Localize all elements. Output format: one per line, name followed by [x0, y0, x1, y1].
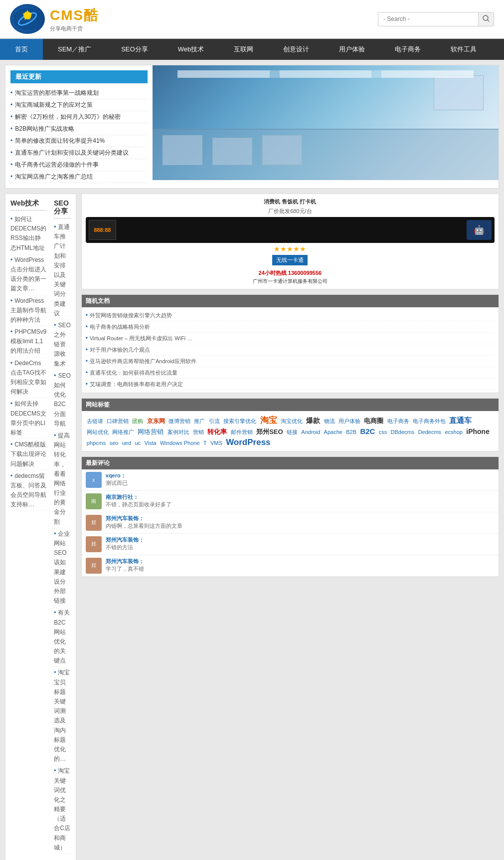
- list-item: 有关B2C网站优化的关键点: [54, 607, 71, 667]
- ad-company: 广州市一卡通计算机服务有限公司: [86, 278, 495, 285]
- featured-banner: [153, 65, 499, 188]
- list-item: 如何让DEDECMS的RSS输出静态HTML地址: [10, 214, 46, 254]
- list-item: 企业网站SEO该如果建设分外部链接: [54, 528, 71, 608]
- list-item: 电子商务的战略格局分析: [86, 321, 495, 333]
- list-item: WordPress主题制作导航的种种方法: [10, 295, 46, 327]
- right-sidebar: 消费机 售饭机 打卡机 厂价批发680元/台 888:88 🤖 ★★★★★ 无线…: [81, 194, 499, 860]
- svg-point-4: [483, 15, 488, 20]
- ad-price-text: 厂价批发680元/台: [86, 208, 495, 215]
- comment-content: 郑州汽车装饰： 学习了，真不错: [106, 558, 144, 573]
- list-item: 直通车推广计划和安排以及关键词分类建议: [54, 221, 71, 320]
- main-nav: 首页 SEM／推广 SEO分享 Web技术 互联网 创意设计 用户体验 电子商务…: [0, 39, 504, 60]
- featured-list: 淘宝运营的那些事第一战略规划 淘宝商城新规之下的应对之策 解密《2万粉丝，如何月…: [10, 87, 148, 183]
- search-box: [378, 12, 494, 26]
- list-item: 淘宝宝贝标题关键词测选及淘内标题优化的…: [54, 667, 71, 765]
- list-item: 直通车优化：如何获得高性价比流量: [86, 367, 495, 379]
- random-docs-box: 随机文档 外贸网络营销做搜索引擎六大趋势 电子商务的战略格局分析 Virtual…: [81, 294, 499, 393]
- comment-content: 南京旅行社： 不错，静态页面收录好多了: [106, 493, 171, 508]
- nav-item-web[interactable]: Web技术: [163, 39, 219, 60]
- nav-item-ux[interactable]: 用户体验: [324, 39, 380, 60]
- nav-item-software[interactable]: 软件工具: [436, 39, 492, 60]
- svg-line-5: [488, 20, 489, 21]
- list-item: 淘宝关键词优化之精要（适合C店和商城）: [54, 765, 71, 854]
- ad-stars: ★★★★★: [86, 245, 495, 253]
- list-item: 解密《2万粉丝，如何月入30万》的秘密: [10, 111, 148, 123]
- list-item: WordPress点击分组进入该分类的第一篇文章…: [10, 254, 46, 295]
- list-item: 提高网站转化率，看看网络行业的黄金分割: [54, 430, 71, 528]
- nav-item-creative[interactable]: 创意设计: [268, 39, 324, 60]
- featured-title: 最近更新: [10, 70, 148, 83]
- list-item: 对于用户体验的几个观点: [86, 344, 495, 356]
- comments-box: 最新评论 x xqero： 测试而已 南 南京旅行社： 不错，静态页面收录好多了: [81, 456, 499, 577]
- seo-section: SEO分享 直通车推广计划和安排以及关键词分类建议 SEO之外链资源收集术 SE…: [54, 199, 71, 854]
- comment-item: 郑 郑州汽车装饰： 内链啊，总算看到这方面的文章: [82, 512, 499, 534]
- list-item: 外贸网络营销做搜索引擎六大趋势: [86, 310, 495, 321]
- featured-section: 最近更新 淘宝运营的那些事第一战略规划 淘宝商城新规之下的应对之策 解密《2万粉…: [5, 65, 499, 189]
- logo-text: CMS酷 分享电商干货: [50, 6, 99, 32]
- comment-item: 南 南京旅行社： 不错，静态页面收录好多了: [82, 491, 499, 512]
- nav-item-seo[interactable]: SEO分享: [106, 39, 163, 60]
- logo-subtitle: 分享电商干货: [50, 25, 99, 32]
- list-item: Virtual Router – 用无线网卡虚拟出 WiFi …: [86, 333, 495, 344]
- comment-item: x xqero： 测试而已: [82, 469, 499, 491]
- tag-cloud-box: 网站标签 去链请 口碑营销 团购 京东网 微博营销 推广 引流 搜索引擎优化 淘…: [81, 398, 499, 451]
- comment-item: 郑 郑州汽车装饰： 学习了，真不错: [82, 555, 499, 577]
- list-item: 如何去掉DEDECMS文章分页中的LI标签: [10, 398, 46, 439]
- comment-content: 郑州汽车装饰： 内链啊，总算看到这方面的文章: [106, 515, 182, 530]
- logo: CMS酷 分享电商干货: [10, 4, 99, 34]
- content-grid: Web技术 如何让DEDECMS的RSS输出静态HTML地址 WordPress…: [5, 194, 499, 860]
- comment-content: 郑州汽车装饰： 不错的方法: [106, 536, 144, 551]
- random-docs-title: 随机文档: [82, 295, 499, 307]
- search-icon: [483, 15, 490, 22]
- list-item: 淘宝运营的那些事第一战略规划: [10, 87, 148, 99]
- list-item: 淘宝网店推广之淘客推广总结: [10, 171, 148, 183]
- list-item: 亚马逊软件商店将帮助推广Android应用软件: [86, 356, 495, 367]
- avatar: 郑: [86, 558, 102, 574]
- logo-icon: [10, 4, 45, 34]
- nav-item-home[interactable]: 首页: [0, 39, 43, 60]
- list-item: 电子商务代运营必须做的十件事: [10, 159, 148, 171]
- ad-hotline: 24小时热线 13600099556: [86, 269, 495, 277]
- avatar: x: [86, 472, 102, 488]
- list-item: SEO之外链资源收集术: [54, 320, 71, 370]
- list-item: 简单的修改页面让转化率提升41%: [10, 135, 148, 147]
- nav-item-ecommerce[interactable]: 电子商务: [380, 39, 436, 60]
- list-item: CMS酷模版下载出现评论问题解决: [10, 439, 46, 470]
- list-item: B2B网站推广实战攻略: [10, 123, 148, 135]
- tag-cloud: 去链请 口碑营销 团购 京东网 微博营销 推广 引流 搜索引擎优化 淘宝 淘宝优…: [82, 411, 499, 451]
- tag-cloud-title: 网站标签: [82, 399, 499, 411]
- logo-cms-text: CMS酷: [50, 6, 99, 25]
- nav-item-sem[interactable]: SEM／推广: [43, 39, 106, 60]
- web-tech-section: Web技术 如何让DEDECMS的RSS输出静态HTML地址 WordPress…: [10, 199, 46, 854]
- web-tech-title: Web技术: [10, 199, 46, 211]
- list-item: 直通车推广计划和安排以及关键词分类建议: [10, 147, 148, 159]
- avatar: 郑: [86, 536, 102, 552]
- list-item: DedeCms点击TAG找不到相应文章如何解决: [10, 358, 46, 399]
- search-button[interactable]: [478, 12, 494, 26]
- list-item: PHPCMSv9模板limit 1,1的用法介绍: [10, 326, 46, 358]
- list-item: 艾瑞调查：电商转换率都有老用户决定: [86, 379, 495, 390]
- ad-devices-text: 消费机 售饭机 打卡机: [86, 198, 495, 206]
- list-item: 淘宝商城新规之下的应对之策: [10, 99, 148, 111]
- list-item: dedecms留言板、问答及会员空间导航支持标…: [10, 470, 46, 511]
- ad-box: 消费机 售饭机 打卡机 厂价批发680元/台 888:88 🤖 ★★★★★ 无线…: [81, 194, 499, 289]
- ad-wifi-text: 无线一卡通: [272, 255, 308, 265]
- featured-left: 最近更新 淘宝运营的那些事第一战略规划 淘宝商城新规之下的应对之策 解密《2万粉…: [5, 65, 153, 188]
- comment-item: 郑 郑州汽车装饰： 不错的方法: [82, 534, 499, 555]
- search-input[interactable]: [378, 13, 478, 25]
- avatar: 郑: [86, 515, 102, 531]
- comments-title: 最新评论: [82, 457, 499, 469]
- comment-content: xqero： 测试而已: [106, 472, 128, 487]
- avatar: 南: [86, 493, 102, 509]
- list-item: SEO如何优化B2C分面导航: [54, 370, 71, 430]
- seo-title: SEO分享: [54, 199, 71, 218]
- nav-item-internet[interactable]: 互联网: [219, 39, 268, 60]
- content-left: Web技术 如何让DEDECMS的RSS输出静态HTML地址 WordPress…: [5, 194, 76, 860]
